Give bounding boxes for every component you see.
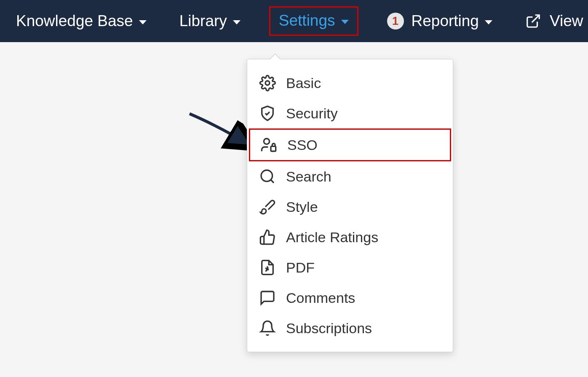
nav-settings-label: Settings (279, 12, 335, 29)
nav-reporting-label: Reporting (412, 12, 479, 30)
menu-item-label: Search (286, 168, 331, 185)
menu-item-comments[interactable]: Comments (247, 283, 453, 313)
nav-library-label: Library (179, 12, 227, 30)
svg-point-5 (261, 170, 273, 182)
menu-item-label: Article Ratings (286, 229, 378, 246)
comment-icon (258, 289, 277, 307)
thumbs-up-icon (258, 228, 277, 246)
nav-settings-highlight-box: Settings (269, 6, 358, 36)
top-navbar: Knowledge Base Library Settings 1 Report… (0, 0, 588, 42)
svg-rect-4 (271, 146, 276, 151)
chevron-down-icon (233, 20, 241, 24)
external-link-icon (525, 13, 541, 29)
chevron-down-icon (341, 20, 349, 24)
notification-badge: 1 (387, 13, 404, 29)
file-pdf-icon (258, 258, 277, 277)
chevron-down-icon (485, 20, 492, 24)
menu-item-style[interactable]: Style (247, 192, 453, 222)
menu-item-search[interactable]: Search (247, 161, 453, 192)
menu-item-label: PDF (286, 259, 315, 276)
nav-view-kb-label: View KB (550, 12, 588, 30)
svg-point-3 (264, 139, 269, 144)
menu-item-label: Security (286, 105, 338, 122)
svg-point-2 (265, 81, 270, 85)
menu-item-label: Style (286, 199, 318, 215)
shield-check-icon (258, 104, 277, 123)
menu-item-basic[interactable]: Basic (247, 68, 453, 98)
menu-item-label: SSO (287, 137, 318, 153)
settings-dropdown-scroll[interactable]: Basic Security SSO Search Style (247, 59, 453, 352)
nav-view-kb[interactable]: View KB (521, 10, 588, 32)
nav-reporting[interactable]: 1 Reporting (383, 10, 497, 32)
nav-knowledge-base-label: Knowledge Base (16, 12, 133, 30)
chevron-down-icon (139, 20, 147, 24)
gear-icon (258, 74, 277, 92)
search-icon (258, 167, 277, 186)
menu-item-subscriptions[interactable]: Subscriptions (247, 313, 453, 343)
menu-item-pdf[interactable]: PDF (247, 252, 453, 283)
brush-icon (258, 198, 277, 216)
menu-item-label: Basic (286, 75, 321, 91)
svg-line-6 (271, 180, 274, 183)
settings-dropdown: Basic Security SSO Search Style (247, 59, 453, 352)
nav-settings[interactable]: Settings (275, 9, 353, 32)
menu-item-article-ratings[interactable]: Article Ratings (247, 222, 453, 252)
bell-icon (258, 319, 277, 337)
menu-item-label: Comments (286, 290, 355, 306)
user-lock-icon (259, 136, 278, 154)
menu-item-label: Subscriptions (286, 320, 372, 337)
nav-knowledge-base[interactable]: Knowledge Base (12, 10, 151, 32)
nav-library[interactable]: Library (175, 10, 245, 32)
svg-line-1 (532, 15, 539, 22)
menu-item-security[interactable]: Security (247, 98, 453, 128)
menu-item-sso[interactable]: SSO (249, 128, 451, 161)
